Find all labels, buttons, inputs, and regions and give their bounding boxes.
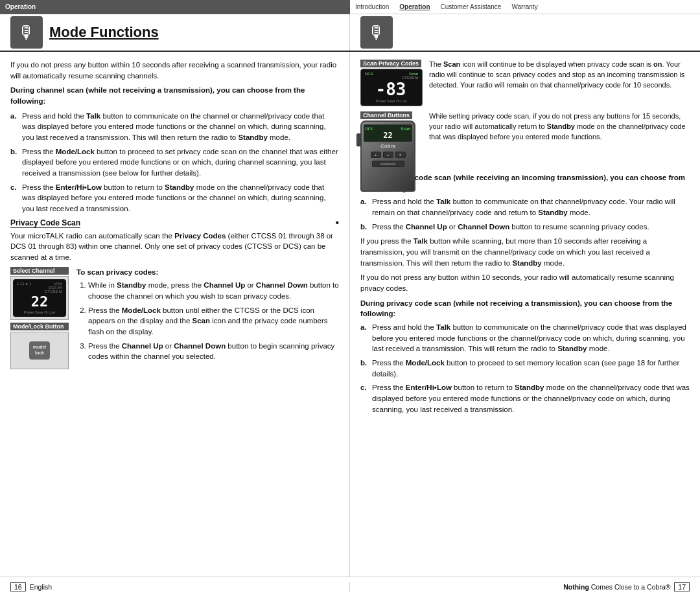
scan-privacy-block: Scan Privacy Codes DCSScan CTCSS M -83 P… xyxy=(360,60,423,106)
nav-tab-operation[interactable]: Operation xyxy=(399,3,430,10)
channel-scan-list: a. Press and hold the Talk button to com… xyxy=(10,111,339,214)
channel-scan-heading: During channel scan (while not receiving… xyxy=(10,85,339,106)
page-footer: 16 English Nothing Comes Close to a Cobr… xyxy=(0,577,700,596)
channel-buttons-block: Channel Buttons DCSScan 22 Cobra ▲ xyxy=(360,111,423,167)
scan-step-2: Press the Mode/Lock button until either … xyxy=(88,305,339,338)
nav-tab-warranty[interactable]: Warranty xyxy=(511,3,537,10)
select-channel-device: 1.11 ● 1VOX DCS 84 CTCSS M 22 Pow xyxy=(10,276,69,320)
bullet-dot: • xyxy=(335,217,339,229)
channel-buttons-device: DCSScan 22 Cobra ▲ ● ▼ mode/lock xyxy=(360,120,423,167)
main-content: If you do not press any button within 10… xyxy=(0,52,700,577)
not-receiving-item-a: a. Press and hold the Talk button to com… xyxy=(360,322,690,354)
select-channel-block: Select Channel 1.11 ● 1VOX DCS 84 CTCSS xyxy=(10,267,69,369)
channel-scan-item-b: b. Press the Mode/Lock button to proceed… xyxy=(10,146,339,179)
page-header: 🎙 Mode Functions 🎙 xyxy=(0,14,700,52)
cobra-buttons-2: mode/lock xyxy=(372,161,404,167)
intro-paragraph: If you do not press any button within 10… xyxy=(10,60,339,81)
select-channel-label: Select Channel xyxy=(10,267,69,275)
not-receiving-heading: During privacy code scan (while not rece… xyxy=(360,298,690,319)
nav-left-label: Operation xyxy=(5,3,36,10)
cobra-buttons: ▲ ● ▼ xyxy=(371,152,406,158)
channel-buttons-label: Channel Buttons xyxy=(360,111,412,119)
scan-privacy-label: Scan Privacy Codes xyxy=(360,60,421,67)
scan-description: The Scan icon will continue to be displa… xyxy=(429,60,690,106)
talk-para: If you press the Talk button while scann… xyxy=(360,236,690,268)
cobra-btn-2: ● xyxy=(383,152,393,158)
right-devices-row: Scan Privacy Codes DCSScan CTCSS M -83 P… xyxy=(360,60,690,106)
page-title: Mode Functions xyxy=(49,24,159,41)
header-right: 🎙 xyxy=(350,14,700,51)
setting-text-block: While setting privacy code scan, if you … xyxy=(429,111,690,167)
cobra-radio: DCSScan 22 Cobra ▲ ● ▼ mode/lock xyxy=(360,120,415,192)
scan-steps-list: While in Standby mode, press the Channel… xyxy=(76,280,339,362)
not-receiving-list: a. Press and hold the Talk button to com… xyxy=(360,322,690,415)
channel-buttons-row: Channel Buttons DCSScan 22 Cobra ▲ xyxy=(360,111,690,167)
scan-step-1: While in Standby mode, press the Channel… xyxy=(88,280,339,301)
top-nav: Operation Introduction Operation Custome… xyxy=(0,0,700,14)
mode-lock-label: Mode/Lock Button xyxy=(10,323,69,330)
footer-right: Nothing Comes Close to a Cobra® 17 xyxy=(350,582,700,591)
header-icon-left: 🎙 xyxy=(10,16,43,49)
nav-tab-customer[interactable]: Customer Assistance xyxy=(441,3,502,10)
cobra-body: DCSScan 22 Cobra ▲ ● ▼ mode/lock xyxy=(360,120,415,192)
not-receiving-item-c: c. Press the Enter/Hi•Low button to retu… xyxy=(360,382,690,415)
privacy-scan-section: Privacy Code Scan • Your microTALK radio… xyxy=(10,218,339,373)
scan-steps-block: To scan privacy codes: While in Standby … xyxy=(76,267,339,366)
channel-scan-item-a: a. Press and hold the Talk button to com… xyxy=(10,111,339,143)
nav-right: Introduction Operation Customer Assistan… xyxy=(350,3,700,10)
not-receiving-item-b: b. Press the Mode/Lock button to proceed… xyxy=(360,358,690,379)
cobra-btn-1: ▲ xyxy=(371,152,381,158)
cobra-screen: DCSScan 22 xyxy=(364,124,412,142)
privacy-scan-title: Privacy Code Scan xyxy=(10,218,80,228)
scan-instructions-block: Select Channel 1.11 ● 1VOX DCS 84 CTCSS xyxy=(10,267,339,373)
cobra-btn-3: ▼ xyxy=(395,152,406,158)
header-left: 🎙 Mode Functions xyxy=(0,14,350,51)
incoming-item-a: a. Press and hold the Talk button to com… xyxy=(360,196,690,218)
cobra-btn-wide: mode/lock xyxy=(372,161,404,167)
header-icon-right: 🎙 xyxy=(360,16,393,49)
cobra-side-button xyxy=(356,133,360,146)
incoming-list: a. Press and hold the Talk button to com… xyxy=(360,196,690,232)
footer-left: 16 English xyxy=(0,582,350,591)
page-num-left: 16 xyxy=(10,582,26,591)
nav-left-operation: Operation xyxy=(0,0,350,14)
footer-lang: English xyxy=(30,583,52,591)
incoming-item-b: b. Press the Channel Up or Channel Down … xyxy=(360,222,690,233)
cobra-brand: Cobra xyxy=(380,143,395,149)
scan-step-3: Press the Channel Up or Channel Down but… xyxy=(88,341,339,362)
mode-lock-device: mode/ lock xyxy=(10,332,69,369)
right-column: Scan Privacy Codes DCSScan CTCSS M -83 P… xyxy=(350,52,700,577)
scan-privacy-device: DCSScan CTCSS M -83 Power Save Hi Low xyxy=(360,69,423,106)
privacy-scan-intro: Your microTALK radio can automatically s… xyxy=(10,231,339,263)
channel-scan-item-c: c. Press the Enter/Hi•Low button to retu… xyxy=(10,182,339,214)
nav-tab-introduction[interactable]: Introduction xyxy=(355,3,389,10)
page-num-right: 17 xyxy=(674,582,690,591)
to-scan-title: To scan privacy codes: xyxy=(76,267,339,278)
left-column: If you do not press any button within 10… xyxy=(0,52,350,577)
auto-resume-para: If you do not press any button within 10… xyxy=(360,272,690,293)
